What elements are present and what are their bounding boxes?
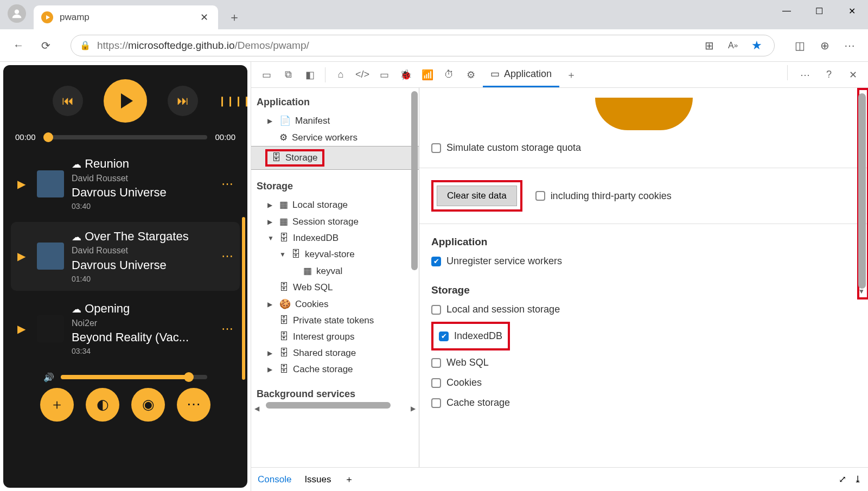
more-tabs-icon[interactable]: ＋	[561, 65, 581, 85]
sidebar-item-storage[interactable]: 🗄 Storage	[251, 146, 419, 170]
extensions-icon[interactable]: ⊞	[700, 37, 718, 54]
sidebar-scrollbar[interactable]	[411, 91, 418, 270]
websql-checkbox[interactable]: Web SQL	[431, 355, 856, 371]
track-row[interactable]: ▶ ☁ Over The Stargates David Rousset Dav…	[11, 222, 240, 291]
storage-panel: Simulate custom storage quota Clear site…	[419, 88, 868, 467]
application-section-title: Application	[431, 236, 856, 248]
seek-slider[interactable]	[43, 135, 208, 139]
simulate-quota-row[interactable]: Simulate custom storage quota	[431, 140, 856, 156]
track-list: ▶ ☁ Reunion David Rousset Davrous Univer…	[11, 146, 240, 367]
sidebar-hscroll[interactable]: ◀▶	[251, 404, 419, 413]
drawer-add-tab-icon[interactable]: ＋	[344, 473, 354, 486]
cache-storage-checkbox[interactable]: Cache storage	[431, 395, 856, 411]
menu-icon[interactable]: ⋯	[841, 37, 858, 54]
svg-point-0	[15, 10, 19, 14]
sidebar-item-session-storage[interactable]: ▶▦ Session storage	[251, 213, 419, 230]
drawer-expand-icon[interactable]: ⤢	[839, 474, 846, 485]
close-tab-icon[interactable]: ✕	[198, 9, 210, 25]
prev-track-button[interactable]: ⏮	[53, 86, 83, 116]
drawer-dock-icon[interactable]: ⤓	[854, 474, 861, 485]
clear-site-data-button[interactable]: Clear site data	[437, 186, 517, 206]
track-row[interactable]: ▶ ☁ Reunion David Rousset Davrous Univer…	[11, 149, 240, 219]
lock-icon[interactable]: 🔒	[80, 40, 91, 50]
favorite-icon[interactable]: ★	[748, 37, 765, 54]
record-button[interactable]: ◉	[131, 388, 165, 422]
split-screen-icon[interactable]: ◫	[791, 37, 808, 54]
track-more-icon[interactable]: ⋯	[221, 177, 233, 191]
elements-icon[interactable]: </>	[353, 65, 372, 85]
sidebar-item-interest-groups[interactable]: 🗄 Interest groups	[251, 329, 419, 345]
storage-section-title: Storage	[431, 284, 856, 296]
inspect-icon[interactable]: ▭	[257, 65, 276, 85]
sidebar-item-manifest[interactable]: ▶📄 Manifest	[251, 112, 419, 129]
sidebar-item-indexeddb[interactable]: ▼🗄 IndexedDB	[251, 230, 419, 246]
indexeddb-checkbox[interactable]: ✔IndexedDB	[433, 328, 508, 344]
address-bar[interactable]: 🔒 https://microsoftedge.github.io/Demos/…	[71, 35, 775, 56]
play-track-icon[interactable]: ▶	[17, 250, 29, 263]
performance-icon[interactable]: ⏱	[439, 65, 459, 85]
drawer-console-tab[interactable]: Console	[258, 474, 291, 485]
dock-icon[interactable]: ◧	[300, 65, 320, 85]
track-row[interactable]: ▶ ☁ Opening Noi2er Beyond Reality (Vac..…	[11, 294, 240, 364]
sidebar-item-private-state[interactable]: 🗄 Private state tokens	[251, 313, 419, 329]
visualizer-icon[interactable]: ❙❙❙❙	[218, 95, 251, 107]
local-session-checkbox[interactable]: Local and session storage	[431, 302, 856, 317]
album-art	[37, 315, 64, 342]
settings-icon[interactable]: ⋯	[795, 65, 815, 85]
sidebar-section-application: Application	[251, 92, 419, 112]
player-scrollbar[interactable]	[242, 217, 245, 380]
title-bar: pwamp ✕ ＋ — ☐ ✕	[0, 0, 868, 29]
sources-icon[interactable]: 🐞	[396, 65, 416, 85]
main-scrollbar-highlight: ▼	[857, 88, 868, 299]
devtools-panel: ▭ ⧉ ◧ ⌂ </> ▭ 🐞 📶 ⏱ ⚙ ▭ Application ＋ ⋯ …	[251, 62, 868, 491]
volume-icon[interactable]: 🔊	[43, 372, 54, 382]
track-more-icon[interactable]: ⋯	[221, 322, 233, 336]
maximize-button[interactable]: ☐	[803, 0, 835, 22]
theme-button[interactable]: ◐	[86, 388, 119, 422]
devtools-drawer: Console Issues ＋ ⤢ ⤓	[251, 467, 868, 491]
welcome-icon[interactable]: ⌂	[331, 65, 350, 85]
add-button[interactable]: ＋	[40, 388, 74, 422]
collections-icon[interactable]: ⊕	[816, 37, 833, 54]
new-tab-button[interactable]: ＋	[225, 8, 244, 27]
play-track-icon[interactable]: ▶	[17, 322, 29, 335]
drawer-issues-tab[interactable]: Issues	[304, 474, 331, 485]
main-scrollbar[interactable]	[858, 93, 866, 289]
sidebar-item-keyval-store[interactable]: ▼🗄 keyval-store	[251, 246, 419, 263]
minimize-button[interactable]: —	[770, 0, 803, 22]
track-more-icon[interactable]: ⋯	[221, 249, 233, 263]
next-track-button[interactable]: ⏭	[168, 86, 198, 116]
tab-favicon	[41, 11, 53, 23]
volume-slider[interactable]	[61, 375, 207, 379]
play-track-icon[interactable]: ▶	[17, 177, 29, 190]
third-party-cookies-checkbox[interactable]: including third-party cookies	[535, 188, 672, 204]
memory-icon[interactable]: ⚙	[461, 65, 481, 85]
read-aloud-icon[interactable]: A»	[724, 37, 742, 54]
back-button[interactable]: ←	[10, 37, 27, 54]
close-devtools-icon[interactable]: ✕	[843, 65, 863, 85]
network-icon[interactable]: 📶	[418, 65, 437, 85]
album-art	[37, 170, 64, 197]
refresh-button[interactable]: ⟳	[37, 37, 54, 54]
cookies-checkbox[interactable]: Cookies	[431, 375, 856, 391]
unregister-sw-checkbox[interactable]: ✔Unregister service workers	[431, 253, 856, 269]
sidebar-item-websql[interactable]: 🗄 Web SQL	[251, 279, 419, 296]
sidebar-item-service-workers[interactable]: ⚙ Service workers	[251, 129, 419, 146]
play-button[interactable]	[104, 79, 147, 123]
close-window-button[interactable]: ✕	[835, 0, 868, 22]
sidebar-item-shared-storage[interactable]: ▶🗄 Shared storage	[251, 345, 419, 361]
sidebar-item-keyval[interactable]: ▦ keyval	[251, 263, 419, 279]
profile-avatar[interactable]	[8, 4, 26, 23]
application-tab[interactable]: ▭ Application	[483, 62, 559, 87]
help-icon[interactable]: ?	[819, 65, 839, 85]
url-text: https://microsoftedge.github.io/Demos/pw…	[97, 40, 694, 52]
sidebar-item-cache-storage[interactable]: ▶🗄 Cache storage	[251, 361, 419, 378]
more-button[interactable]: ⋯	[177, 388, 210, 422]
application-tab-icon: ▭	[490, 68, 500, 80]
sidebar-item-cookies[interactable]: ▶🍪 Cookies	[251, 296, 419, 313]
browser-tab[interactable]: pwamp ✕	[34, 5, 218, 29]
sidebar-item-local-storage[interactable]: ▶▦ Local storage	[251, 196, 419, 213]
devtools-toolbar: ▭ ⧉ ◧ ⌂ </> ▭ 🐞 📶 ⏱ ⚙ ▭ Application ＋ ⋯ …	[251, 62, 868, 88]
device-icon[interactable]: ⧉	[278, 65, 298, 85]
console-icon[interactable]: ▭	[374, 65, 394, 85]
